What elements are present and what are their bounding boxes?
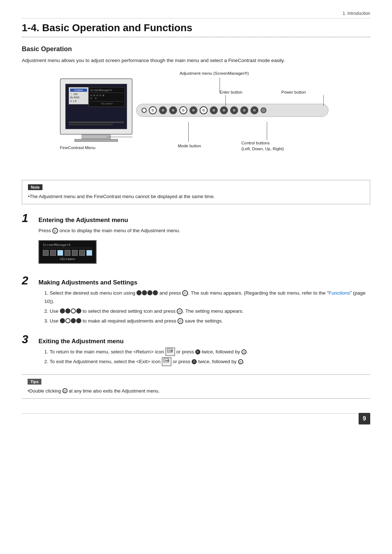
annotation-power-btn: Power button (281, 90, 306, 94)
diagram-area: Custom ⋮ 100 Bx 5000 ⊙ 1.8 ScreenManager… (22, 71, 370, 173)
enter-icon-2c: ⊙ (177, 318, 183, 324)
step1-section: 1 Entering the Adjustment menu Press ⊙ o… (22, 212, 370, 267)
step2-item1: 1. Select the desired sub menu icon usin… (38, 289, 370, 306)
annotation-mode-line (188, 122, 189, 142)
step2-number: 2 (22, 275, 33, 286)
step2-section: 2 Making Adjustments and Settings 1. Sel… (22, 275, 370, 325)
control-b-icon: ⊙ (200, 106, 208, 114)
bottom-divider (22, 413, 370, 414)
functions-link[interactable]: Functions (328, 290, 350, 296)
annotation-power-line (323, 95, 324, 106)
control-g-icon: ⊙ (250, 106, 258, 114)
shot-icon-4 (65, 250, 70, 256)
step2-item3: 3. Use to make all required adjustments … (38, 317, 370, 325)
functions-page: page 10 (44, 290, 366, 304)
circle-icon-3b: ⊙ (192, 359, 197, 364)
control-icons-1 (136, 291, 158, 296)
page-number: 9 (359, 413, 370, 424)
step3-item2: 2. To exit the Adjustment menu, select t… (38, 358, 370, 366)
step2-content: 1. Select the desired sub menu icon usin… (22, 289, 370, 325)
control-down-icon: ⊙ (169, 106, 177, 114)
step1-text: Press ⊙ once to display the main menu of… (38, 227, 370, 235)
enter-icon-tips: ⊙ (62, 388, 68, 393)
annotation-enter-btn: Enter button (220, 90, 242, 94)
enter-icon-2a: ⊙ (182, 290, 188, 296)
step3-content: 1. To return to the main menu, select th… (22, 348, 370, 366)
control-e-icon: ⊙ (230, 106, 238, 114)
step1-number: 1 (22, 212, 33, 224)
annotation-mode-btn: Mode button (178, 144, 201, 148)
step1-title: Entering the Adjustment menu (38, 217, 128, 224)
control-c-icon: ⊙ (210, 106, 218, 114)
step3-header: 3 Exiting the Adjustment menu (22, 333, 370, 345)
annotation-adj-menu: Adjustment menu (ScreenManager®) (180, 71, 249, 75)
circle-icon-3a: ⊙ (195, 349, 200, 354)
shot-icon-7 (86, 250, 92, 256)
screenmanager-screenshot: ScreenManager® <Screen> (38, 240, 97, 264)
power-indicator (142, 108, 147, 113)
power-button-icon (261, 107, 266, 113)
monitor-illustration: Custom ⋮ 100 Bx 5000 ⊙ 1.8 ScreenManager… (60, 78, 132, 142)
control-left-icon: ⊙ (159, 106, 167, 114)
intro-text: Adjustment menu allows you to adjust scr… (22, 57, 370, 65)
control-a-icon: ⊙ (179, 106, 187, 114)
tips-text: •Double clicking ⊙ at any time also exit… (28, 387, 364, 395)
shot-icon-3 (57, 250, 63, 256)
button-row-container: ⊙ ⊙ ⊙ ⊙ ⊙ ⊙ ⊙ ⊙ ⊙ ⊙ ⊙ (136, 104, 328, 117)
exit-svg (163, 358, 170, 363)
annotation-fc-menu: FineContrast Menu (60, 145, 95, 150)
note-box: Note •The Adjustment menu and the FineCo… (22, 180, 370, 205)
step1-header: 1 Entering the Adjustment menu (22, 212, 370, 224)
note-text: •The Adjustment menu and the FineContras… (28, 193, 364, 201)
shot-icon-5 (72, 250, 78, 256)
annotation-control-btns: Control buttons (Left, Down, Up, Right) (241, 140, 284, 152)
step3-title: Exiting the Adjustment menu (38, 338, 124, 345)
step2-list: 1. Select the desired sub menu icon usin… (38, 289, 370, 325)
enter-button-icon: ⊙ (149, 106, 157, 114)
shot-icon-2 (50, 250, 56, 256)
annotation-control-line (267, 122, 267, 140)
exit-icon-1 (162, 357, 171, 366)
step3-number: 3 (22, 333, 33, 345)
annotation-enter-line (225, 95, 226, 106)
note-label: Note (28, 184, 42, 190)
breadcrumb: 1. Introduction (22, 11, 370, 19)
annotation-fc-line (107, 137, 132, 137)
shot-icon-1 (43, 250, 49, 256)
tips-box: Tips •Double clicking ⊙ at any time also… (22, 374, 370, 399)
step1-content: Press ⊙ once to display the main menu of… (22, 227, 370, 267)
tips-label: Tips (28, 379, 41, 385)
control-right-icon: ⊙ (189, 106, 197, 114)
shot-icon-6 (79, 250, 85, 256)
step3-list: 1. To return to the main menu, select th… (38, 348, 370, 366)
section-heading-basic: Basic Operation (22, 45, 370, 53)
control-icons-3 (60, 319, 81, 324)
enter-icon-3b: ⊙ (238, 359, 243, 364)
return-icon-1 (166, 348, 175, 356)
enter-icon-3a: ⊙ (241, 349, 246, 354)
chapter-title: 1-4. Basic Operation and Functions (22, 22, 370, 37)
enter-icon-2b: ⊙ (177, 308, 183, 314)
step3-item1: 1. To return to the main menu, select th… (38, 348, 370, 356)
step2-header: 2 Making Adjustments and Settings (22, 275, 370, 286)
control-f-icon: ⊙ (240, 106, 248, 114)
control-d-icon: ⊙ (220, 106, 228, 114)
step2-title: Making Adjustments and Settings (38, 279, 137, 286)
shot-label: <Screen> (43, 257, 92, 261)
return-svg (167, 348, 173, 353)
control-icons-2 (60, 309, 81, 314)
enter-icon-step1: ⊙ (52, 228, 58, 234)
step3-section: 3 Exiting the Adjustment menu 1. To retu… (22, 333, 370, 366)
step2-item2: 2. Use to select the desired setting ico… (38, 307, 370, 316)
